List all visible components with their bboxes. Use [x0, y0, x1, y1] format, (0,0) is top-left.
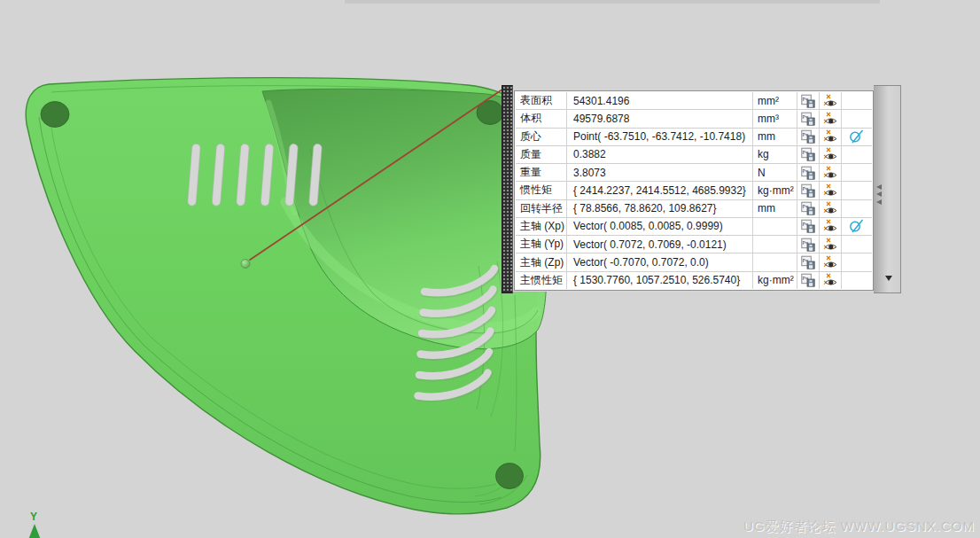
- property-unit: kg·mm²: [753, 272, 797, 289]
- table-row: 惯性矩 { 2414.2237, 2414.5512, 4685.9932} k…: [516, 182, 872, 199]
- nx-viewport: { "app": { "background_color": "#d3d4d3"…: [0, 0, 980, 538]
- expression-save-icon[interactable]: P=: [797, 272, 820, 289]
- centroid-marker: [241, 260, 250, 269]
- vector-display-cell: [842, 164, 872, 181]
- vector-display-cell: [842, 236, 872, 253]
- vector-display-cell: [842, 182, 872, 199]
- panel-drag-grip[interactable]: [502, 85, 513, 293]
- forum-watermark: UG爱好者论坛 WWW.UGSNX.COM: [743, 519, 975, 535]
- property-label: 主轴 (Yp): [516, 236, 567, 253]
- property-value: { 1530.7760, 1057.2510, 526.5740}: [567, 272, 753, 289]
- property-unit: [753, 236, 797, 253]
- panel-side-strip[interactable]: [874, 85, 901, 293]
- wcs-y-arrow-icon: [28, 524, 41, 538]
- mass-properties-table: 表面积 54301.4196 mm² P=: [514, 90, 874, 291]
- table-row: 重量 3.8073 N P=: [516, 164, 872, 182]
- panel-collapse-arrows[interactable]: [876, 182, 882, 207]
- property-label: 体积: [516, 110, 567, 127]
- show-result-eye-icon[interactable]: [820, 218, 842, 235]
- vector-display-cell: [842, 146, 872, 163]
- vector-display-cell: [842, 200, 872, 217]
- table-row: 表面积 54301.4196 mm² P=: [516, 92, 872, 110]
- property-unit: mm³: [753, 110, 797, 127]
- show-result-eye-icon[interactable]: [820, 200, 842, 217]
- property-value: 3.8073: [567, 164, 753, 181]
- show-result-eye-icon[interactable]: [820, 272, 842, 289]
- vector-display-cell: [842, 272, 872, 289]
- show-result-eye-icon[interactable]: [820, 164, 842, 181]
- show-result-eye-icon[interactable]: [820, 146, 842, 163]
- show-result-eye-icon[interactable]: [820, 236, 842, 253]
- property-label: 质量: [516, 146, 567, 163]
- table-row: 体积 49579.6878 mm³ P=: [516, 110, 872, 128]
- wcs-axis-indicator: Y: [27, 511, 53, 538]
- property-label: 主轴 (Xp): [516, 218, 567, 235]
- collapse-arrow-icon[interactable]: [876, 199, 882, 205]
- expression-save-icon[interactable]: P=: [797, 182, 820, 199]
- vector-display-icon[interactable]: [848, 218, 866, 234]
- collapse-arrow-icon[interactable]: [876, 191, 882, 197]
- property-value: 0.3882: [567, 146, 753, 163]
- property-value: Vector( -0.7070, 0.7072, 0.0): [567, 253, 753, 270]
- show-result-eye-icon[interactable]: [820, 182, 842, 199]
- expression-save-icon[interactable]: P=: [797, 129, 820, 145]
- property-value: Vector( 0.7072, 0.7069, -0.0121): [567, 236, 753, 253]
- property-unit: [753, 218, 797, 235]
- property-value: Point( -63.7510, -63.7412, -10.7418): [567, 129, 753, 145]
- show-result-eye-icon[interactable]: [820, 253, 842, 270]
- wcs-y-label: Y: [30, 511, 37, 523]
- property-value: { 78.8566, 78.8620, 109.8627}: [567, 200, 753, 217]
- property-label: 重量: [516, 164, 567, 181]
- show-result-eye-icon[interactable]: [820, 129, 842, 145]
- property-unit: kg·mm²: [753, 182, 797, 199]
- property-value: 49579.6878: [567, 110, 753, 127]
- property-label: 回转半径: [516, 200, 567, 217]
- table-row: 主惯性矩 { 1530.7760, 1057.2510, 526.5740} k…: [516, 272, 872, 289]
- property-value: 54301.4196: [567, 92, 753, 109]
- expression-save-icon[interactable]: P=: [797, 200, 820, 217]
- scroll-down-icon[interactable]: [885, 276, 892, 281]
- table-row: 主轴 (Zp) Vector( -0.7070, 0.7072, 0.0) P=: [516, 253, 872, 271]
- table-row: 质心 Point( -63.7510, -63.7412, -10.7418) …: [516, 129, 872, 146]
- property-unit: mm: [753, 200, 797, 217]
- property-value: Vector( 0.0085, 0.0085, 0.9999): [567, 218, 753, 235]
- show-result-eye-icon[interactable]: [820, 92, 842, 109]
- vector-display-cell: [842, 129, 872, 145]
- expression-save-icon[interactable]: P=: [797, 253, 820, 270]
- vector-display-cell: [842, 110, 872, 127]
- property-label: 主轴 (Zp): [516, 253, 567, 270]
- vector-display-cell: [842, 92, 872, 109]
- property-label: 主惯性矩: [516, 272, 567, 289]
- property-label: 表面积: [516, 92, 567, 109]
- property-unit: N: [753, 164, 797, 181]
- property-unit: mm: [753, 129, 797, 145]
- expression-save-icon[interactable]: P=: [797, 92, 820, 109]
- property-unit: kg: [753, 146, 797, 163]
- show-result-eye-icon[interactable]: [820, 110, 842, 127]
- table-row: 主轴 (Xp) Vector( 0.0085, 0.0085, 0.9999) …: [516, 218, 872, 236]
- property-unit: mm²: [753, 92, 797, 109]
- property-label: 质心: [516, 129, 567, 145]
- collapse-arrow-icon[interactable]: [876, 184, 882, 190]
- expression-save-icon[interactable]: P=: [797, 110, 820, 127]
- vector-display-cell: [842, 253, 872, 270]
- expression-save-icon[interactable]: P=: [797, 146, 820, 163]
- vector-display-cell: [842, 218, 872, 235]
- property-value: { 2414.2237, 2414.5512, 4685.9932}: [567, 182, 753, 199]
- property-unit: [753, 253, 797, 270]
- table-row: 主轴 (Yp) Vector( 0.7072, 0.7069, -0.0121)…: [516, 236, 872, 253]
- table-row: 质量 0.3882 kg P=: [516, 146, 872, 164]
- property-label: 惯性矩: [516, 182, 567, 199]
- mass-properties-panel: 表面积 54301.4196 mm² P=: [501, 85, 901, 294]
- expression-save-icon[interactable]: P=: [797, 164, 820, 181]
- expression-save-icon[interactable]: P=: [797, 236, 820, 253]
- table-row: 回转半径 { 78.8566, 78.8620, 109.8627} mm P=: [516, 200, 872, 218]
- vector-display-icon[interactable]: [848, 129, 866, 144]
- expression-save-icon[interactable]: P=: [797, 218, 820, 235]
